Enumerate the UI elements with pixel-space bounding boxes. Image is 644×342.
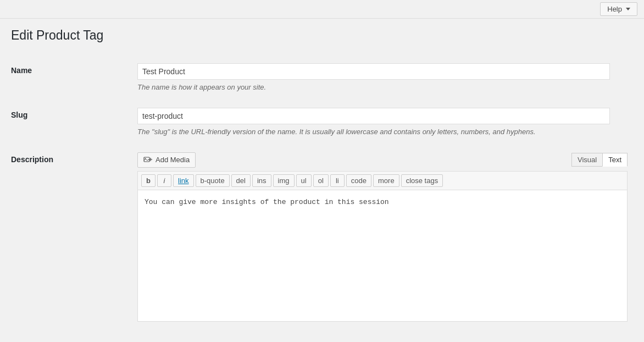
add-media-button[interactable]: Add Media (137, 152, 196, 168)
help-label: Help (607, 5, 622, 13)
chevron-down-icon (626, 8, 630, 10)
page-title: Edit Product Tag (11, 27, 633, 44)
toolbar-bold[interactable]: b (141, 174, 156, 187)
description-section: Add Media Visual Text b i link b-quote (137, 152, 628, 322)
toolbar-li[interactable]: li (330, 174, 345, 187)
toolbar-bquote[interactable]: b-quote (196, 174, 230, 187)
name-label: Name (11, 66, 32, 75)
slug-label: Slug (11, 111, 27, 119)
slug-input[interactable] (137, 108, 610, 124)
name-description: The name is how it appears on your site. (137, 83, 628, 91)
toolbar-ins[interactable]: ins (252, 174, 271, 187)
tab-visual[interactable]: Visual (571, 153, 602, 167)
editor-text: You can give more insights of the produc… (145, 198, 389, 206)
toolbar-del[interactable]: del (231, 174, 251, 187)
editor-toolbar: b i link b-quote del ins img ul ol li co… (137, 171, 628, 190)
description-editor[interactable]: You can give more insights of the produc… (137, 190, 628, 322)
toolbar-code[interactable]: code (346, 174, 371, 187)
description-row: Description (11, 144, 633, 330)
visual-text-tabs: Visual Text (571, 153, 628, 167)
slug-row: Slug The "slug" is the URL-friendly vers… (11, 100, 633, 144)
toolbar-close-tags[interactable]: close tags (401, 174, 443, 187)
toolbar-more[interactable]: more (373, 174, 399, 187)
toolbar-link[interactable]: link (173, 174, 194, 187)
name-input[interactable] (137, 63, 610, 80)
description-toolbar-top: Add Media Visual Text (137, 152, 628, 168)
tab-text[interactable]: Text (602, 153, 628, 167)
toolbar-img[interactable]: img (273, 174, 295, 187)
description-label: Description (11, 155, 53, 164)
toolbar-italic[interactable]: i (157, 174, 171, 187)
add-media-icon (143, 156, 152, 164)
add-media-label: Add Media (156, 156, 190, 164)
name-row: Name The name is how it appears on your … (11, 55, 633, 100)
toolbar-ul[interactable]: ul (296, 174, 312, 187)
help-button[interactable]: Help (600, 2, 637, 16)
slug-description: The "slug" is the URL-friendly version o… (137, 128, 628, 136)
toolbar-ol[interactable]: ol (313, 174, 329, 187)
edit-form: Name The name is how it appears on your … (11, 55, 633, 330)
